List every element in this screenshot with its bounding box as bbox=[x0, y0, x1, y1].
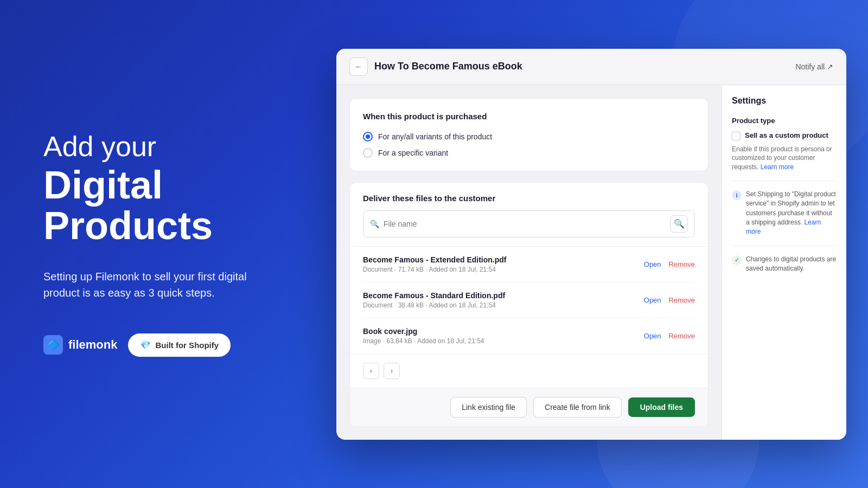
file-remove-button-2[interactable]: Remove bbox=[669, 296, 695, 304]
files-title: Deliver these files to the customer bbox=[363, 194, 695, 203]
filemonk-icon: 🔷 bbox=[43, 335, 63, 355]
product-type-title: Product type bbox=[732, 117, 837, 125]
check-icon: ✓ bbox=[732, 255, 742, 265]
file-open-button-2[interactable]: Open bbox=[644, 296, 661, 304]
shopify-badge[interactable]: 💎 Built for Shopify bbox=[128, 333, 231, 357]
sell-custom-desc: Enable if this product is persona or cus… bbox=[732, 145, 837, 172]
purchase-card-title: When this product is purchased bbox=[363, 112, 695, 121]
files-header: Deliver these files to the customer 🔍 🔍 bbox=[350, 183, 708, 247]
sell-custom-row: Sell as a custom product bbox=[732, 131, 837, 140]
file-open-button-1[interactable]: Open bbox=[644, 260, 661, 268]
file-meta-2: Document · 38.48 kB · Added on 18 Jul, 2… bbox=[363, 301, 505, 309]
info-icon-1: i bbox=[732, 190, 742, 200]
file-actions-2: Open Remove bbox=[644, 296, 695, 304]
headline-add-your: Add your bbox=[43, 131, 282, 162]
file-open-button-3[interactable]: Open bbox=[644, 332, 661, 340]
file-remove-button-1[interactable]: Remove bbox=[669, 260, 695, 268]
radio-all-variants-label: For any/all variants of this product bbox=[378, 132, 492, 141]
purchase-card: When this product is purchased For any/a… bbox=[349, 98, 709, 171]
settings-divider-1 bbox=[732, 181, 837, 181]
radio-specific-variant-label: For a specific variant bbox=[378, 149, 448, 157]
app-window: ← How To Become Famous eBook Notify all … bbox=[336, 49, 846, 440]
file-meta-1: Document · 71.74 kB · Added on 18 Jul, 2… bbox=[363, 266, 506, 273]
next-page-button[interactable]: › bbox=[384, 363, 400, 379]
file-meta-3: Image · 63.84 kB · Added on 18 Jul, 21:5… bbox=[363, 337, 484, 345]
settings-divider-2 bbox=[732, 246, 837, 246]
settings-title: Settings bbox=[732, 96, 837, 106]
filemonk-logo: 🔷 filemonk bbox=[43, 335, 117, 355]
prev-page-button[interactable]: ‹ bbox=[363, 363, 379, 379]
file-info-3: Book cover.jpg Image · 63.84 kB · Added … bbox=[363, 327, 484, 345]
learn-more-link-1[interactable]: Learn more bbox=[761, 163, 794, 171]
table-row: Book cover.jpg Image · 63.84 kB · Added … bbox=[363, 318, 695, 354]
file-actions-3: Open Remove bbox=[644, 332, 695, 340]
shopify-badge-label: Built for Shopify bbox=[155, 341, 219, 350]
settings-info-row-2: ✓ Changes to digital products are saved … bbox=[732, 255, 837, 274]
subtitle-text: Setting up Filemonk to sell your first d… bbox=[43, 268, 282, 301]
sell-custom-checkbox[interactable] bbox=[732, 132, 741, 140]
left-panel: Add your DigitalProducts Setting up File… bbox=[0, 99, 315, 389]
action-bar: Link existing file Create file from link… bbox=[350, 388, 708, 426]
file-info-2: Become Famous - Standard Edition.pdf Doc… bbox=[363, 291, 505, 309]
create-file-from-link-button[interactable]: Create file from link bbox=[533, 397, 622, 418]
link-existing-file-button[interactable]: Link existing file bbox=[450, 397, 527, 418]
top-bar: ← How To Become Famous eBook Notify all … bbox=[336, 49, 846, 85]
upload-files-button[interactable]: Upload files bbox=[628, 397, 695, 417]
sell-custom-label: Sell as a custom product bbox=[745, 131, 828, 139]
app-window-wrapper: ← How To Become Famous eBook Notify all … bbox=[315, 27, 868, 461]
gem-icon: 💎 bbox=[140, 340, 151, 350]
page-title: How To Become Famous eBook bbox=[374, 61, 522, 72]
center-panel: When this product is purchased For any/a… bbox=[336, 85, 722, 440]
settings-info-text-1: Set Shipping to "Digital product service… bbox=[746, 190, 837, 237]
file-name-3: Book cover.jpg bbox=[363, 327, 484, 336]
settings-info-row-1: i Set Shipping to "Digital product servi… bbox=[732, 190, 837, 237]
table-row: Become Famous - Extended Edition.pdf Doc… bbox=[363, 247, 695, 282]
search-bar: 🔍 🔍 bbox=[363, 210, 695, 237]
radio-group: For any/all variants of this product For… bbox=[363, 132, 695, 158]
bottom-branding: 🔷 filemonk 💎 Built for Shopify bbox=[43, 333, 282, 357]
radio-all-variants-circle bbox=[363, 132, 373, 142]
search-icon: 🔍 bbox=[370, 220, 379, 228]
top-bar-left: ← How To Become Famous eBook bbox=[349, 57, 522, 76]
filemonk-logo-text: filemonk bbox=[68, 338, 117, 352]
notify-all-link[interactable]: Notify all ↗ bbox=[795, 62, 833, 71]
file-remove-button-3[interactable]: Remove bbox=[669, 332, 695, 340]
pagination: ‹ › bbox=[350, 354, 708, 388]
back-button[interactable]: ← bbox=[349, 57, 368, 76]
radio-specific-variant-circle bbox=[363, 148, 373, 158]
file-info-1: Become Famous - Extended Edition.pdf Doc… bbox=[363, 255, 506, 273]
files-card: Deliver these files to the customer 🔍 🔍 … bbox=[349, 182, 709, 427]
file-name-1: Become Famous - Extended Edition.pdf bbox=[363, 255, 506, 264]
file-name-2: Become Famous - Standard Edition.pdf bbox=[363, 291, 505, 300]
file-actions-1: Open Remove bbox=[644, 260, 695, 268]
learn-more-link-2[interactable]: Learn more bbox=[746, 219, 821, 235]
radio-all-variants[interactable]: For any/all variants of this product bbox=[363, 132, 695, 142]
file-search-input[interactable] bbox=[384, 220, 666, 228]
settings-panel: Settings Product type Sell as a custom p… bbox=[722, 85, 846, 440]
main-content: When this product is purchased For any/a… bbox=[336, 85, 846, 440]
radio-specific-variant[interactable]: For a specific variant bbox=[363, 148, 695, 158]
headline-digital-products: DigitalProducts bbox=[43, 165, 282, 247]
table-row: Become Famous - Standard Edition.pdf Doc… bbox=[363, 282, 695, 318]
search-submit-button[interactable]: 🔍 bbox=[671, 215, 688, 233]
file-list: Become Famous - Extended Edition.pdf Doc… bbox=[350, 247, 708, 354]
settings-check-text: Changes to digital products are saved au… bbox=[746, 255, 837, 274]
